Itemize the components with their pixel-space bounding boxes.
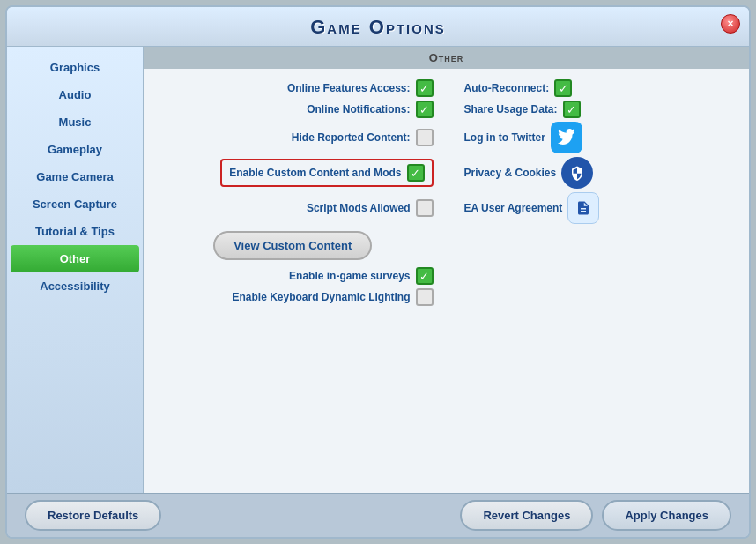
enable-custom-highlight: Enable Custom Content and Mods ✓ bbox=[220, 159, 433, 187]
hide-reported-label: Hide Reported Content: bbox=[292, 131, 411, 144]
script-mods-checkbox[interactable] bbox=[416, 199, 434, 217]
apply-changes-button[interactable]: Apply Changes bbox=[602, 500, 731, 531]
enable-custom-checkbox[interactable]: ✓ bbox=[407, 164, 425, 182]
sidebar-item-music[interactable]: Music bbox=[7, 108, 143, 136]
script-mods-col: Script Mods Allowed bbox=[152, 199, 447, 217]
settings-body: Online Features Access: ✓ Auto-Reconnect… bbox=[144, 69, 749, 317]
keyboard-lighting-col: Enable Keyboard Dynamic Lighting bbox=[152, 288, 447, 306]
title-bar: Game Options × bbox=[7, 7, 749, 47]
settings-row-2: Online Notifications: ✓ Share Usage Data… bbox=[152, 101, 740, 118]
privacy-label: Privacy & Cookies bbox=[464, 167, 557, 179]
online-features-label: Online Features Access: bbox=[287, 82, 411, 94]
sidebar-item-graphics[interactable]: Graphics bbox=[7, 54, 143, 81]
game-options-window: Game Options × Graphics Audio Music Game… bbox=[5, 5, 751, 539]
sidebar-item-accessibility[interactable]: Accessibility bbox=[7, 272, 143, 300]
enable-custom-label: Enable Custom Content and Mods bbox=[229, 167, 401, 179]
settings-row-1: Online Features Access: ✓ Auto-Reconnect… bbox=[152, 79, 740, 97]
share-usage-col: Share Usage Data: ✓ bbox=[447, 101, 741, 118]
restore-defaults-button[interactable]: Restore Defaults bbox=[25, 500, 161, 531]
hide-reported-checkbox[interactable] bbox=[416, 129, 434, 146]
settings-row-6: View Custom Content bbox=[152, 227, 740, 264]
view-cc-col: View Custom Content bbox=[152, 227, 447, 264]
log-in-twitter-col: Log in to Twitter bbox=[447, 122, 741, 153]
privacy-button[interactable] bbox=[561, 157, 593, 189]
online-notifications-checkbox[interactable]: ✓ bbox=[416, 101, 434, 118]
sidebar-item-tutorial-tips[interactable]: Tutorial & Tips bbox=[7, 218, 143, 245]
revert-changes-button[interactable]: Revert Changes bbox=[460, 500, 593, 531]
auto-reconnect-label: Auto-Reconnect: bbox=[464, 82, 550, 94]
settings-row-3: Hide Reported Content: Log in to Twitter bbox=[152, 122, 740, 153]
sidebar: Graphics Audio Music Gameplay Game Camer… bbox=[7, 47, 144, 493]
settings-row-4: Enable Custom Content and Mods ✓ Privacy… bbox=[152, 157, 740, 189]
settings-row-7: Enable in-game surveys ✓ bbox=[152, 267, 740, 285]
surveys-col: Enable in-game surveys ✓ bbox=[152, 267, 447, 285]
online-notifications-label: Online Notifications: bbox=[307, 103, 410, 116]
bottom-bar: Restore Defaults Revert Changes Apply Ch… bbox=[7, 493, 749, 537]
ea-agreement-label: EA User Agreement bbox=[464, 202, 563, 214]
script-mods-label: Script Mods Allowed bbox=[307, 202, 411, 214]
enable-custom-col: Enable Custom Content and Mods ✓ bbox=[152, 159, 447, 187]
auto-reconnect-col: Auto-Reconnect: ✓ bbox=[447, 79, 741, 97]
content-area: Other Online Features Access: ✓ Auto-Rec… bbox=[144, 47, 749, 493]
privacy-col: Privacy & Cookies bbox=[447, 157, 741, 189]
enable-surveys-label: Enable in-game surveys bbox=[289, 270, 410, 282]
online-features-checkbox[interactable]: ✓ bbox=[416, 79, 434, 97]
enable-keyboard-checkbox[interactable] bbox=[416, 288, 434, 306]
enable-surveys-checkbox[interactable]: ✓ bbox=[416, 267, 434, 285]
view-custom-content-button[interactable]: View Custom Content bbox=[213, 231, 372, 260]
twitter-button[interactable] bbox=[551, 122, 582, 153]
section-header: Other bbox=[144, 47, 749, 69]
settings-row-5: Script Mods Allowed EA User Agreement bbox=[152, 192, 740, 224]
share-usage-checkbox[interactable]: ✓ bbox=[563, 101, 581, 118]
sidebar-item-screen-capture[interactable]: Screen Capture bbox=[7, 190, 143, 218]
close-button[interactable]: × bbox=[721, 14, 740, 34]
hide-reported-col: Hide Reported Content: bbox=[152, 129, 447, 146]
enable-keyboard-label: Enable Keyboard Dynamic Lighting bbox=[232, 291, 410, 303]
sidebar-item-other[interactable]: Other bbox=[11, 245, 139, 272]
settings-row-8: Enable Keyboard Dynamic Lighting bbox=[152, 288, 740, 306]
sidebar-item-game-camera[interactable]: Game Camera bbox=[7, 163, 143, 190]
bottom-right-buttons: Revert Changes Apply Changes bbox=[460, 500, 731, 531]
window-title: Game Options bbox=[7, 16, 749, 39]
ea-agreement-col: EA User Agreement bbox=[447, 192, 741, 224]
sidebar-item-gameplay[interactable]: Gameplay bbox=[7, 136, 143, 163]
ea-agreement-button[interactable] bbox=[567, 192, 599, 224]
window-body: Graphics Audio Music Gameplay Game Camer… bbox=[7, 47, 749, 493]
log-in-twitter-label: Log in to Twitter bbox=[464, 131, 545, 144]
share-usage-label: Share Usage Data: bbox=[464, 103, 558, 116]
online-features-col: Online Features Access: ✓ bbox=[152, 79, 447, 97]
online-notifications-col: Online Notifications: ✓ bbox=[152, 101, 447, 118]
auto-reconnect-checkbox[interactable]: ✓ bbox=[554, 79, 572, 97]
sidebar-item-audio[interactable]: Audio bbox=[7, 81, 143, 108]
